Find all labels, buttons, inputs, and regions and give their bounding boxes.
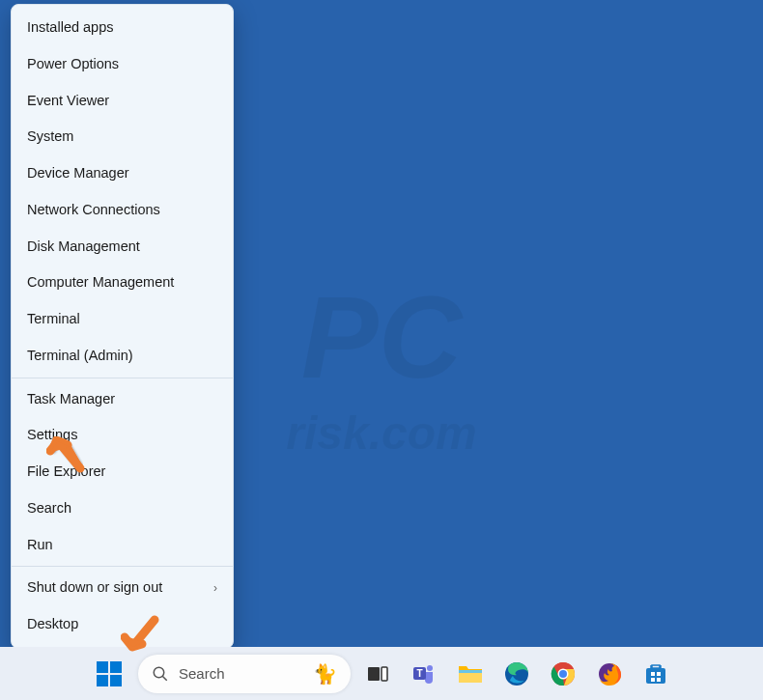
taskbar-microsoft-store[interactable] [636, 655, 675, 693]
menu-item-computer-management[interactable]: Computer Management [12, 265, 233, 301]
watermark-sub: risk.com [286, 406, 476, 460]
menu-item-system[interactable]: System [12, 119, 233, 155]
menu-item-device-manager[interactable]: Device Manager [12, 155, 233, 192]
menu-divider [12, 566, 233, 567]
svg-rect-2 [97, 675, 108, 686]
svg-rect-3 [110, 675, 122, 686]
menu-label: Power Options [27, 54, 119, 75]
menu-label: Shut down or sign out [27, 577, 162, 599]
menu-label: File Explorer [27, 462, 105, 483]
microsoft-store-icon [643, 661, 668, 686]
svg-rect-22 [657, 678, 661, 682]
teams-icon: T [411, 661, 437, 686]
menu-label: Computer Management [27, 272, 174, 294]
svg-rect-12 [459, 670, 482, 673]
taskbar-file-explorer[interactable] [451, 655, 490, 693]
menu-label: System [27, 126, 73, 148]
firefox-icon [597, 661, 622, 686]
menu-label: Run [27, 535, 53, 556]
watermark-main: PC [301, 270, 463, 404]
svg-point-16 [559, 670, 567, 678]
taskbar-firefox[interactable] [590, 655, 629, 693]
menu-label: Network Connections [27, 200, 160, 221]
svg-rect-21 [651, 678, 655, 682]
menu-label: Disk Management [27, 237, 140, 258]
taskbar-teams[interactable]: T [405, 655, 443, 693]
chevron-right-icon: › [213, 579, 217, 597]
svg-rect-0 [97, 661, 108, 673]
edge-icon [504, 661, 529, 686]
svg-rect-1 [110, 661, 122, 673]
search-mascot-icon: 🐈 [313, 662, 337, 686]
svg-line-5 [162, 676, 167, 681]
file-explorer-icon [457, 662, 484, 686]
menu-item-desktop[interactable]: Desktop [12, 606, 233, 643]
menu-item-task-manager[interactable]: Task Manager [12, 381, 233, 418]
menu-label: Task Manager [27, 389, 115, 410]
menu-item-terminal-admin[interactable]: Terminal (Admin) [12, 338, 233, 375]
start-button[interactable] [88, 653, 130, 695]
search-placeholder: Search [179, 665, 303, 682]
svg-rect-19 [651, 672, 655, 676]
svg-point-8 [427, 665, 433, 671]
menu-label: Installed apps [27, 17, 113, 39]
svg-text:T: T [416, 668, 422, 679]
menu-label: Desktop [27, 614, 78, 635]
menu-item-disk-management[interactable]: Disk Management [12, 229, 233, 266]
chrome-icon [551, 661, 576, 686]
taskbar-task-view[interactable] [358, 655, 397, 693]
menu-label: Event Viewer [27, 91, 109, 112]
menu-item-event-viewer[interactable]: Event Viewer [12, 83, 233, 120]
svg-rect-7 [382, 667, 387, 681]
menu-item-file-explorer[interactable]: File Explorer [12, 454, 233, 490]
taskbar-edge[interactable] [497, 655, 536, 693]
taskbar: Search 🐈 T [0, 647, 763, 700]
menu-item-network-connections[interactable]: Network Connections [12, 192, 233, 229]
menu-label: Settings [27, 425, 77, 446]
svg-rect-18 [646, 668, 665, 684]
task-view-icon [366, 662, 389, 686]
windows-icon [97, 661, 122, 686]
winx-context-menu: Installed apps Power Options Event Viewe… [11, 4, 234, 649]
search-box[interactable]: Search 🐈 [138, 655, 351, 693]
taskbar-chrome[interactable] [544, 655, 582, 693]
menu-divider [12, 378, 233, 378]
menu-item-terminal[interactable]: Terminal [12, 301, 233, 338]
menu-item-power-options[interactable]: Power Options [12, 46, 233, 83]
menu-label: Device Manager [27, 163, 129, 184]
search-icon [152, 665, 169, 683]
svg-rect-6 [368, 667, 380, 681]
menu-label: Search [27, 498, 71, 519]
svg-rect-20 [657, 672, 661, 676]
menu-item-installed-apps[interactable]: Installed apps [12, 10, 233, 46]
menu-item-settings[interactable]: Settings [12, 417, 233, 454]
menu-item-shutdown-signout[interactable]: Shut down or sign out › [12, 570, 233, 606]
svg-point-4 [154, 667, 164, 678]
menu-item-search[interactable]: Search [12, 490, 233, 527]
menu-item-run[interactable]: Run [12, 527, 233, 564]
menu-label: Terminal (Admin) [27, 346, 133, 367]
menu-label: Terminal [27, 309, 80, 330]
